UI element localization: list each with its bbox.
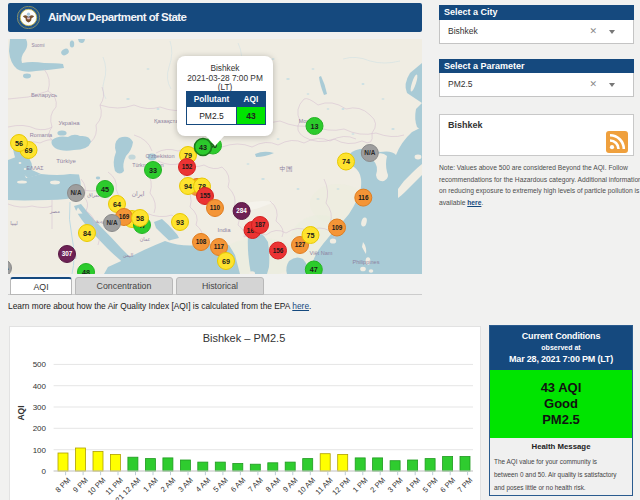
svg-text:12 PM: 12 PM [330,476,352,498]
svg-text:6 AM: 6 AM [229,476,247,494]
svg-text:8 AM: 8 AM [264,476,282,494]
svg-text:11 AM: 11 AM [314,476,335,497]
svg-text:58: 58 [136,214,144,223]
svg-text:152: 152 [182,163,193,170]
svg-text:3 AM: 3 AM [176,476,194,494]
svg-text:O'zbekiston: O'zbekiston [145,153,174,159]
svg-text:1 PM: 1 PM [351,476,370,495]
svg-text:400: 400 [33,382,47,391]
svg-text:100: 100 [33,446,47,455]
svg-text:33: 33 [149,166,157,175]
svg-text:Suomi: Suomi [31,43,44,48]
svg-text:93: 93 [176,218,184,227]
svg-text:اليمن: اليمن [123,253,134,258]
svg-text:5 PM: 5 PM [421,476,440,495]
svg-text:47: 47 [310,265,318,274]
svg-text:169: 169 [119,213,130,220]
svg-text:187: 187 [255,221,266,228]
svg-text:500: 500 [33,360,47,369]
svg-text:10 AM: 10 AM [296,476,317,497]
svg-text:2 PM: 2 PM [368,476,387,495]
svg-text:1 AM: 1 AM [141,476,159,494]
svg-text:N/A: N/A [70,189,81,196]
svg-text:74: 74 [342,157,350,166]
svg-text:117: 117 [214,243,225,250]
svg-text:127: 127 [295,241,306,248]
svg-text:中国: 中国 [280,165,293,172]
svg-text:4 PM: 4 PM [403,476,422,495]
svg-text:116: 116 [358,194,369,201]
svg-text:Philippines: Philippines [352,259,379,265]
svg-text:ایران: ایران [132,191,145,198]
svg-text:110: 110 [210,204,221,211]
svg-text:7 AM: 7 AM [246,476,264,494]
svg-text:156: 156 [273,247,284,254]
svg-text:Україна: Україна [58,120,80,126]
svg-text:48: 48 [82,268,90,274]
svg-text:N/A: N/A [106,219,117,226]
svg-text:94: 94 [184,182,192,191]
svg-text:10 PM: 10 PM [86,476,108,498]
svg-text:عمان: عمان [140,237,151,242]
svg-text:6 PM: 6 PM [438,476,457,495]
svg-text:307: 307 [62,250,73,257]
svg-text:2 AM: 2 AM [159,476,177,494]
svg-text:45: 45 [101,185,109,194]
svg-text:Türkiye: Türkiye [56,158,76,164]
svg-text:200: 200 [33,424,47,433]
svg-text:N/A: N/A [364,149,375,156]
svg-text:0: 0 [42,467,47,476]
svg-text:64: 64 [113,200,121,209]
svg-text:مصر: مصر [49,208,60,214]
svg-text:84: 84 [83,229,91,238]
svg-text:India: India [217,227,231,233]
svg-text:Bishkek – PM2.5: Bishkek – PM2.5 [203,332,286,344]
svg-text:ΕΛΛΑΣ: ΕΛΛΑΣ [26,165,43,171]
svg-text:ليبيا: ليبيا [10,220,18,226]
svg-text:Romania: Romania [30,132,53,138]
svg-text:13: 13 [311,122,319,131]
svg-text:109: 109 [332,224,343,231]
svg-text:Việt Nam: Việt Nam [310,250,333,256]
svg-text:75: 75 [307,231,315,240]
svg-text:Беларусь: Беларусь [31,92,57,98]
svg-text:300: 300 [33,403,47,412]
svg-text:4 AM: 4 AM [194,476,212,494]
svg-text:7 PM: 7 PM [456,476,475,495]
svg-text:AQI: AQI [16,405,26,420]
svg-text:155: 155 [200,192,211,199]
svg-text:56: 56 [15,139,23,148]
svg-text:8 PM: 8 PM [54,476,73,495]
svg-text:108: 108 [196,238,207,245]
svg-text:284: 284 [236,207,247,214]
svg-text:3 PM: 3 PM [386,476,405,495]
svg-text:5 AM: 5 AM [211,476,229,494]
svg-text:69: 69 [222,257,230,266]
